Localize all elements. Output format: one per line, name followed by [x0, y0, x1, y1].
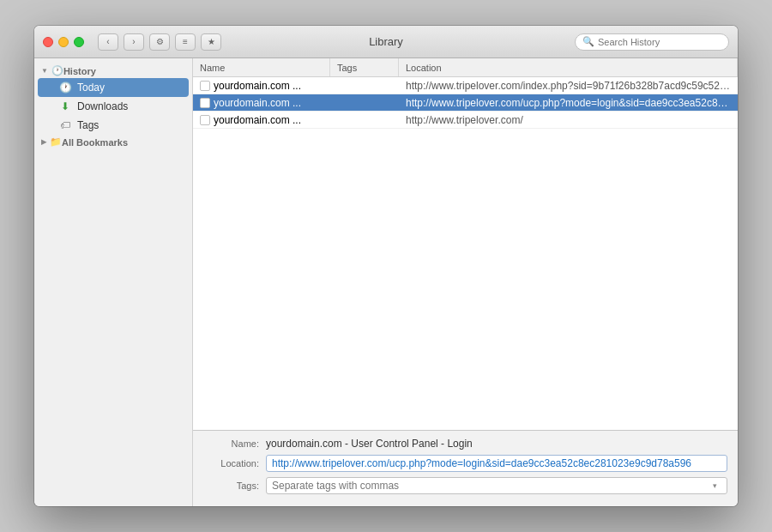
close-button[interactable]	[43, 37, 53, 47]
tags-dropdown-icon[interactable]: ▾	[708, 479, 721, 493]
star-icon: ★	[208, 37, 215, 46]
location-input[interactable]	[266, 455, 727, 472]
main-content: ▼ 🕐 History 🕐 Today ⬇ Downloads 🏷 Tags ▶…	[34, 58, 738, 506]
table-body: yourdomain.com ... http://www.tripelover…	[193, 77, 738, 430]
tags-label: Tags:	[203, 481, 259, 491]
location-row: Location:	[203, 455, 727, 472]
table-row[interactable]: yourdomain.com ... http://www.tripelover…	[193, 112, 738, 129]
list-icon: ≡	[183, 37, 188, 46]
maximize-button[interactable]	[74, 37, 84, 47]
table-header: Name Tags Location	[193, 58, 738, 77]
window-title: Library	[369, 35, 403, 48]
location-label: Location:	[203, 458, 259, 469]
sidebar-item-tags[interactable]: 🏷 Tags	[38, 116, 189, 135]
forward-icon: ›	[132, 37, 135, 46]
row-icon-2	[200, 98, 210, 108]
back-button[interactable]: ‹	[98, 33, 118, 51]
tags-row: Tags: ▾	[203, 477, 727, 494]
sidebar-history-section[interactable]: ▼ 🕐 History	[34, 63, 192, 78]
sidebar-item-downloads[interactable]: ⬇ Downloads	[38, 97, 189, 116]
table-row[interactable]: yourdomain.com ... http://www.tripelover…	[193, 77, 738, 94]
today-icon: 🕐	[58, 81, 72, 94]
sidebar-today-label: Today	[77, 82, 105, 94]
minimize-button[interactable]	[58, 37, 69, 47]
chevron-down-icon: ▼	[41, 67, 48, 75]
chevron-right-icon: ▶	[41, 138, 46, 146]
library-window: ‹ › ⚙ ≡ ★ Library 🔍 ▼ 🕐	[34, 26, 738, 506]
cell-name-3: yourdomain.com ...	[193, 114, 330, 126]
name-label: Name:	[203, 438, 259, 449]
back-icon: ‹	[106, 37, 109, 46]
cell-name-1: yourdomain.com ...	[193, 80, 330, 92]
bookmark-button[interactable]: ★	[201, 33, 221, 51]
sidebar-tags-label: Tags	[77, 119, 99, 131]
forward-button[interactable]: ›	[124, 33, 144, 51]
sidebar-bookmarks-section[interactable]: ▶ 📁 All Bookmarks	[34, 135, 192, 149]
tags-icon: 🏷	[58, 118, 72, 132]
cell-location-2: http://www.tripelover.com/ucp.php?mode=l…	[399, 97, 738, 109]
bottom-panel: Name: yourdomain.com - User Control Pane…	[193, 430, 738, 506]
gear-icon: ⚙	[156, 37, 164, 46]
search-bar[interactable]: 🔍	[575, 33, 729, 51]
bookmarks-icon: 📁	[50, 136, 62, 148]
downloads-icon: ⬇	[58, 100, 72, 113]
sidebar-history-label: History	[63, 66, 96, 76]
sidebar: ▼ 🕐 History 🕐 Today ⬇ Downloads 🏷 Tags ▶…	[34, 58, 193, 506]
view-button[interactable]: ≡	[175, 33, 196, 51]
row-icon-1	[200, 81, 210, 91]
search-icon: 🔍	[582, 36, 594, 47]
cell-location-1: http://www.tripelover.com/index.php?sid=…	[399, 80, 738, 92]
name-value: yourdomain.com - User Control Panel - Lo…	[266, 438, 473, 450]
tags-input-wrapper[interactable]: ▾	[266, 477, 727, 494]
column-header-name[interactable]: Name	[193, 58, 330, 76]
nav-controls: ‹ › ⚙ ≡ ★	[98, 33, 221, 51]
name-row: Name: yourdomain.com - User Control Pane…	[203, 438, 727, 450]
cell-location-3: http://www.tripelover.com/	[399, 114, 738, 126]
table-row[interactable]: yourdomain.com ... http://www.tripelover…	[193, 94, 738, 112]
column-header-tags[interactable]: Tags	[330, 58, 399, 76]
history-icon: 🕐	[51, 65, 63, 76]
search-input[interactable]	[598, 37, 721, 47]
row-icon-3	[200, 115, 210, 125]
cell-name-2: yourdomain.com ...	[193, 97, 330, 109]
titlebar: ‹ › ⚙ ≡ ★ Library 🔍	[34, 26, 738, 58]
sidebar-bookmarks-label: All Bookmarks	[62, 137, 128, 148]
gear-button[interactable]: ⚙	[149, 33, 170, 51]
right-panel: Name Tags Location yourdomain.com ...	[193, 58, 738, 506]
sidebar-item-today[interactable]: 🕐 Today	[38, 78, 189, 97]
tags-input[interactable]	[272, 480, 708, 492]
traffic-lights	[43, 37, 84, 47]
sidebar-downloads-label: Downloads	[77, 100, 128, 112]
column-header-location[interactable]: Location	[399, 58, 738, 76]
